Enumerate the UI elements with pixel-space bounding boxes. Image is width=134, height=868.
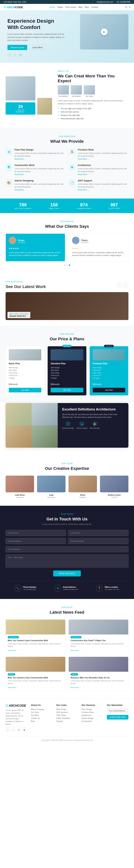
dot-3[interactable] bbox=[69, 265, 70, 266]
services-header: Our Services What We Provide bbox=[6, 135, 128, 144]
footer-link-2[interactable]: Our Team bbox=[31, 711, 53, 713]
portfolio-next-button[interactable]: › bbox=[123, 282, 128, 288]
member-img-1 bbox=[58, 85, 69, 95]
stat-3: 874 Completed Projects bbox=[77, 202, 91, 209]
first-name-input[interactable] bbox=[6, 530, 66, 536]
menu-icon[interactable]: ≡ bbox=[129, 6, 130, 8]
nav-blog[interactable]: Blog bbox=[78, 6, 82, 8]
nav-contact[interactable]: Contact bbox=[91, 6, 98, 8]
dot-2[interactable] bbox=[66, 265, 68, 266]
nav-home[interactable]: Home bbox=[49, 6, 55, 8]
plan-btn-2[interactable]: Join Now bbox=[51, 388, 83, 393]
footer-service-link-2[interactable]: Furniture Work bbox=[81, 711, 103, 713]
service-readmore-6[interactable]: Read More → bbox=[78, 189, 89, 191]
service-desc-4: Lorem ipsum dolor sit amet, consectetur … bbox=[78, 167, 128, 173]
service-readmore-4[interactable]: Read More → bbox=[78, 174, 89, 176]
footer-service-link-3[interactable]: Architecture bbox=[81, 714, 103, 716]
twitter-icon[interactable]: t bbox=[13, 53, 17, 57]
footer-yt-icon[interactable]: ▶ bbox=[22, 727, 27, 732]
email-input[interactable] bbox=[6, 538, 66, 544]
blog-title-1: Why You Cannot Learn Construction Well bbox=[8, 639, 63, 642]
footer-service-link-1[interactable]: Floor Design bbox=[81, 708, 103, 710]
member-box-3: Our Team bbox=[84, 85, 95, 97]
plan-btn-3[interactable]: Join Now bbox=[93, 388, 125, 393]
logo[interactable]: ⬡ ARCHCODE bbox=[4, 5, 23, 9]
blog-readmore-2[interactable]: Read More → bbox=[71, 650, 81, 651]
phone-title: Phone Number bbox=[23, 586, 36, 588]
footer-logo-text: ARCHCODE bbox=[9, 704, 26, 707]
location-icon: 📍 bbox=[96, 585, 103, 591]
address-input[interactable] bbox=[6, 546, 128, 552]
member-box-2: Our Director bbox=[71, 85, 82, 97]
portfolio-prev-button[interactable]: ‹ bbox=[116, 282, 122, 288]
search-icon[interactable]: 🔍 bbox=[125, 6, 127, 8]
footer-service-link-5[interactable]: Construction bbox=[81, 720, 103, 722]
service-card-6: 🕐 24X7 Support Lorem ipsum dolor sit ame… bbox=[69, 179, 128, 191]
newsletter-btn[interactable]: SUBSCRIBE NOW bbox=[107, 715, 128, 719]
service-readmore-3[interactable]: Read More → bbox=[14, 174, 26, 176]
contact-tag: Team Work bbox=[6, 513, 128, 515]
newsletter-input[interactable] bbox=[107, 708, 128, 713]
check-item-4: ✓ Keep planning the right side bbox=[58, 117, 128, 120]
team-role-4: Architect bbox=[100, 496, 128, 498]
learn-more-button[interactable]: Learn More bbox=[29, 45, 46, 50]
pricing-title: Our Price & Plans bbox=[6, 337, 128, 341]
feat-label-2: Online Support bbox=[76, 427, 88, 429]
banner-feat-3: 🔒 Best Security bbox=[90, 421, 100, 429]
test-name-1: Ginger bbox=[18, 239, 26, 241]
service-readmore-5[interactable]: Read More → bbox=[14, 189, 26, 191]
submit-button[interactable]: SEND MESSAGE bbox=[53, 570, 81, 577]
footer-link-5[interactable]: Blog bbox=[31, 720, 53, 722]
instagram-icon[interactable]: in bbox=[19, 53, 23, 57]
hero-social: f t in bbox=[7, 53, 67, 57]
footer-link-1[interactable]: About Company bbox=[31, 708, 53, 710]
footer-tw-icon[interactable]: t bbox=[11, 727, 15, 732]
play-button[interactable]: ▶ bbox=[101, 28, 108, 35]
blog-card-1: Construction Why You Cannot Learn Constr… bbox=[6, 619, 66, 653]
service-readmore-2[interactable]: Read More → bbox=[78, 158, 89, 160]
plan-feature-2-1: Web Design bbox=[51, 366, 83, 369]
last-name-input[interactable] bbox=[68, 530, 128, 536]
footer-newsletter: SUBSCRIBE NOW bbox=[107, 708, 128, 719]
nav-post-layout[interactable]: Post Layout bbox=[65, 6, 76, 8]
topbar-right: info@archcode.com +01 1234567890 bbox=[97, 1, 130, 3]
service-readmore-1[interactable]: Read More → bbox=[14, 158, 26, 160]
service-content-6: 24X7 Support Lorem ipsum dolor sit amet,… bbox=[78, 179, 128, 191]
facebook-icon[interactable]: f bbox=[7, 53, 11, 57]
test-name-2: Flacez bbox=[81, 239, 89, 241]
test-title-1: Designer bbox=[18, 241, 26, 243]
pricing-card-basic: Basic Plan Web Design SEO Basic CMS Setu… bbox=[6, 346, 44, 396]
footer-services-col: Our Services Floor Design Furniture Work… bbox=[81, 704, 103, 732]
footer-our-link-3[interactable]: CMS Setup bbox=[56, 714, 78, 716]
footer-link-4[interactable]: Contact Us bbox=[31, 717, 53, 719]
testimonials-section: Testimonial What Our Clients Says Ginger… bbox=[0, 213, 134, 273]
footer-in-icon[interactable]: in bbox=[17, 727, 21, 732]
footer-fb-icon[interactable]: f bbox=[6, 727, 10, 732]
team-card-3: Rose Designer bbox=[68, 475, 97, 498]
contact-subtitle: Lorem ipsum dolor sit amet, consectetur … bbox=[6, 523, 128, 525]
plan-btn-1[interactable]: Join Now bbox=[9, 388, 41, 393]
blog-readmore-1[interactable]: Read More → bbox=[8, 650, 18, 651]
contact-title: Get In Touch With Us bbox=[6, 517, 128, 522]
header-left: ⬡ ARCHCODE bbox=[4, 5, 23, 9]
blog-readmore-4[interactable]: Read More → bbox=[71, 687, 81, 688]
footer-our-link-4[interactable]: HTML Templates bbox=[56, 717, 78, 719]
about-images-col: 25 Years Of Experience bbox=[6, 76, 35, 115]
footer-our-link-2[interactable]: SEO Services bbox=[56, 711, 78, 713]
footer-service-link-4[interactable]: Interior Design bbox=[81, 717, 103, 719]
footer-our-link-1[interactable]: Web Design bbox=[56, 708, 78, 710]
phone-input[interactable] bbox=[68, 538, 128, 544]
footer-link-3[interactable]: Our Work bbox=[31, 714, 53, 716]
testimonials-header: Testimonial What Our Clients Says bbox=[6, 220, 128, 229]
message-textarea[interactable] bbox=[6, 555, 128, 567]
footer-our-link-5[interactable]: Support bbox=[56, 720, 78, 722]
team-header: Our Team Our Creative Expertise bbox=[6, 463, 128, 471]
nav-blog2[interactable]: Blog bbox=[85, 6, 89, 8]
testimonials-tag: Testimonial bbox=[6, 220, 128, 222]
contact-info: 📞 Phone Number +01 1234567890 ✉ Email Ad… bbox=[6, 581, 128, 591]
dot-1[interactable] bbox=[64, 265, 65, 266]
nav-pages[interactable]: Pages bbox=[57, 6, 63, 8]
stat-label-3: Completed Projects bbox=[77, 208, 91, 209]
request-quote-button[interactable]: Request Quote bbox=[7, 45, 27, 50]
blog-readmore-3[interactable]: Read More → bbox=[8, 687, 18, 688]
